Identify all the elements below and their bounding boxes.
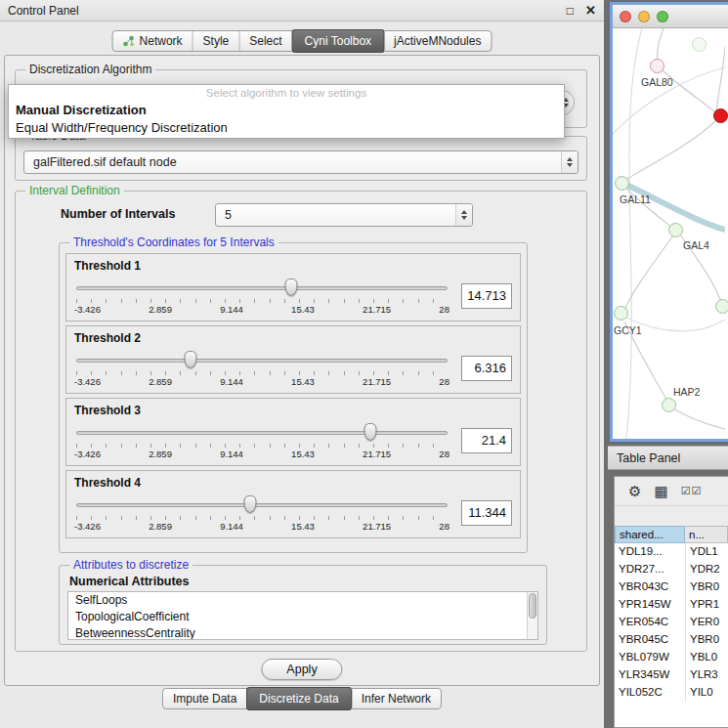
control-panel-titlebar: Control Panel □ ✕: [0, 0, 604, 21]
tab-impute-data[interactable]: Impute Data: [163, 689, 247, 708]
list-scrollbar-thumb[interactable]: [529, 593, 536, 619]
cell[interactable]: YDR27...: [615, 561, 685, 578]
thresholds-group: Threshold's Coordinates for 5 Intervals …: [59, 242, 528, 553]
table-row[interactable]: YLR345WYLR3: [615, 666, 728, 684]
node-label: HAP2: [673, 386, 700, 398]
threshold-3-slider[interactable]: -3.426 2.859 9.144 15.43 21.715 28: [74, 421, 450, 460]
cell[interactable]: YDL19...: [615, 543, 685, 561]
cell[interactable]: YBL079W: [615, 649, 685, 666]
network-node[interactable]: [614, 306, 628, 321]
cell[interactable]: YPR145W: [615, 596, 685, 614]
list-item[interactable]: BetweennessCentrality: [68, 625, 537, 640]
table-row[interactable]: YPR145WYPR1: [615, 596, 728, 614]
network-node[interactable]: [615, 176, 629, 191]
cell[interactable]: YBR0: [685, 631, 728, 649]
column-header-name[interactable]: n...: [685, 526, 728, 543]
number-of-intervals-combobox[interactable]: 5: [215, 203, 473, 227]
table-row[interactable]: YIL052CYIL0: [615, 684, 728, 702]
slider-track[interactable]: [76, 359, 448, 363]
cell[interactable]: YIL0: [685, 684, 728, 702]
network-node[interactable]: [715, 299, 728, 314]
attributes-listbox[interactable]: SelfLoops TopologicalCoefficient Between…: [67, 591, 538, 640]
table-row[interactable]: YBL079WYBL0: [615, 649, 728, 666]
gear-icon[interactable]: ⚙: [628, 484, 641, 498]
slider-track[interactable]: [76, 503, 448, 507]
minimize-traffic-light[interactable]: [638, 11, 650, 22]
cell[interactable]: YLR3: [685, 666, 728, 684]
cell[interactable]: YER0: [685, 614, 728, 631]
cell[interactable]: YDR2: [685, 561, 728, 578]
threshold-3-title: Threshold 3: [74, 404, 141, 417]
table-data-combobox[interactable]: galFiltered.sif default node: [23, 150, 578, 174]
scale-label: -3.426: [74, 449, 101, 459]
tab-style-label: Style: [203, 34, 230, 48]
close-traffic-light[interactable]: [620, 11, 631, 22]
network-canvas[interactable]: GAL80 GAL11 GAL4 GCY1 HAP2: [613, 28, 728, 439]
numerical-attributes-label: Numerical Attributes: [69, 575, 189, 588]
list-item[interactable]: SelfLoops: [68, 592, 537, 609]
thresholds-group-label: Threshold's Coordinates for 5 Intervals: [69, 236, 278, 249]
dropdown-option-manual-discretization[interactable]: Manual Discretization: [9, 101, 564, 118]
slider-thumb[interactable]: [185, 351, 197, 368]
threshold-2-slider[interactable]: -3.426 2.859 9.144 15.43 21.715 28: [74, 349, 450, 388]
table-row[interactable]: YER054CYER0: [615, 614, 728, 631]
cell[interactable]: YBR043C: [615, 578, 685, 596]
close-icon[interactable]: ✕: [585, 3, 596, 18]
slider-thumb[interactable]: [284, 278, 297, 296]
slider-track[interactable]: [76, 286, 448, 290]
cell[interactable]: YPR1: [685, 596, 728, 614]
tab-network[interactable]: Network: [113, 31, 193, 51]
network-node[interactable]: [662, 398, 676, 412]
threshold-2-value-field[interactable]: 6.316: [461, 356, 512, 381]
cell[interactable]: YDL1: [685, 543, 728, 561]
cell[interactable]: YIL052C: [615, 684, 685, 702]
cell[interactable]: YBR045C: [615, 631, 685, 649]
apply-button[interactable]: Apply: [261, 659, 342, 680]
network-node[interactable]: [668, 223, 683, 237]
column-header-shared-name[interactable]: shared...: [615, 526, 685, 543]
stepper-icon: [455, 204, 472, 226]
network-node[interactable]: [692, 37, 707, 52]
cell[interactable]: YLR345W: [615, 666, 685, 684]
tab-discretize-data[interactable]: Discretize Data: [246, 687, 352, 710]
slider-thumb[interactable]: [364, 423, 377, 441]
cell[interactable]: YBL0: [685, 649, 728, 666]
zoom-traffic-light[interactable]: [657, 11, 668, 22]
tab-cyni-toolbox[interactable]: Cyni Toolbox: [292, 29, 385, 53]
scale-label: 2.859: [149, 376, 172, 387]
select-columns-icon[interactable]: ☑☑: [681, 486, 703, 496]
threshold-3-value-field[interactable]: 21.4: [461, 428, 512, 453]
table-row[interactable]: YBR045CYBR0: [615, 631, 728, 649]
threshold-1-value-field[interactable]: 14.713: [461, 283, 512, 309]
scale-label: 9.144: [220, 449, 243, 459]
network-node[interactable]: [650, 59, 664, 73]
threshold-1-slider[interactable]: -3.426 2.859 9.144 15.43 21.715 28: [74, 277, 450, 316]
list-item[interactable]: TopologicalCoefficient: [68, 609, 537, 625]
tab-style[interactable]: Style: [193, 31, 240, 51]
columns-icon[interactable]: ▦: [654, 484, 667, 498]
threshold-4-value-field[interactable]: 11.344: [461, 500, 512, 526]
tab-discretize-data-label: Discretize Data: [259, 692, 338, 706]
bottom-tab-bar: Impute Data Discretize Data Infer Networ…: [162, 688, 442, 709]
cell[interactable]: YBR0: [685, 578, 728, 596]
minimize-icon[interactable]: □: [567, 4, 574, 18]
table-data-group: Table Data galFiltered.sif default node: [15, 136, 587, 181]
dropdown-option-equal-width-frequency[interactable]: Equal Width/Frequency Discretization: [9, 118, 564, 136]
tab-select[interactable]: Select: [239, 31, 292, 51]
table-row[interactable]: YDR27...YDR2: [615, 561, 728, 578]
list-scrollbar[interactable]: [527, 592, 537, 639]
cyni-toolbox-panel: Discretization Algorithm Table Data galF…: [4, 55, 600, 686]
scale-label: -3.426: [74, 376, 101, 387]
dropdown-hint: Select algorithm to view settings: [9, 85, 564, 101]
tick-marks: [76, 516, 448, 520]
tab-jactivemodules[interactable]: jActiveMNodules: [384, 31, 491, 51]
slider-track[interactable]: [76, 431, 448, 435]
table-row[interactable]: YDL19...YDL1: [615, 543, 728, 561]
screen: Control Panel □ ✕ Network Style Select C…: [0, 0, 728, 728]
tab-infer-network[interactable]: Infer Network: [352, 689, 441, 708]
threshold-4-slider[interactable]: -3.426 2.859 9.144 15.43 21.715 28: [74, 493, 450, 533]
table-row[interactable]: YBR043CYBR0: [615, 578, 728, 596]
slider-thumb[interactable]: [244, 495, 257, 513]
selected-network-node[interactable]: [713, 108, 728, 123]
cell[interactable]: YER054C: [615, 614, 685, 631]
